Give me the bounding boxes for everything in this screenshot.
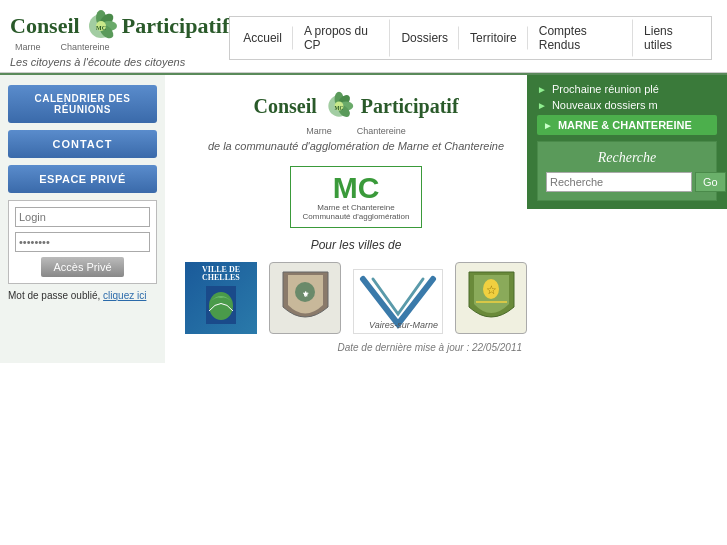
main-nav: Accueil A propos du CP Dossiers Territoi… (229, 16, 712, 60)
mc-name1: Marne et Chantereine (303, 203, 410, 212)
forgot-pw-label: Mot de passe oublié, (8, 290, 100, 301)
coat3-logo: ☆ (455, 262, 527, 334)
reunion-arrow-icon: ► (537, 84, 547, 95)
dossiers-label: Nouveaux dossiers m (552, 99, 658, 111)
chelles-logo: VILLE DECHELLES (185, 262, 257, 334)
main-content: Conseil MC Participatif Marne Chanterein… (165, 75, 542, 363)
logo-area: Conseil MC Participatif Mar (10, 8, 229, 68)
marne-item[interactable]: ► MARNE & CHANTEREINE (537, 115, 717, 135)
pour-les-villes: Pour les villes de (311, 238, 402, 252)
password-input[interactable] (15, 232, 150, 252)
nav-territoire[interactable]: Territoire (459, 26, 528, 50)
tagline: Les citoyens à l'écoute des citoyens (10, 56, 185, 68)
logo-participatif: Participatif (122, 13, 230, 39)
right-panel: ► Prochaine réunion plé ► Nouveaux dossi… (527, 75, 727, 209)
logo-marne: Marne (15, 42, 41, 52)
recherche-box: Recherche Go (537, 141, 717, 201)
content-logo: Conseil MC Participatif (253, 90, 458, 122)
svg-text:MC: MC (96, 25, 106, 31)
marne-arrow-icon: ► (543, 120, 553, 131)
logo-leaf-icon: MC (83, 8, 119, 44)
calendar-button[interactable]: CALENDRIER DES RÉUNIONS (8, 85, 157, 123)
coat1-logo: ⚜ (269, 262, 341, 334)
content-logo-marne: Marne (306, 126, 332, 136)
dossiers-arrow-icon: ► (537, 100, 547, 111)
marne-label: MARNE & CHANTEREINE (558, 119, 692, 131)
recherche-button[interactable]: Go (695, 172, 726, 192)
vaires-text: Vaires-sur-Marne (369, 320, 438, 330)
nav-apropos[interactable]: A propos du CP (293, 19, 391, 57)
acces-prive-button[interactable]: Accès Privé (41, 257, 123, 277)
logo-chantereine: Chantereine (61, 42, 110, 52)
nav-accueil[interactable]: Accueil (232, 26, 293, 50)
recherche-title: Recherche (546, 150, 708, 166)
svg-text:MC: MC (334, 105, 343, 111)
reunion-item[interactable]: ► Prochaine réunion plé (537, 83, 717, 95)
nav-dossiers[interactable]: Dossiers (390, 26, 459, 50)
nav-liens[interactable]: Liens utiles (633, 19, 709, 57)
date-line: Date de dernière mise à jour : 22/05/201… (185, 342, 527, 353)
city-logos: VILLE DECHELLES ⚜ (185, 262, 527, 334)
mc-name2: Communauté d'agglomération (303, 212, 410, 221)
nav-comptes[interactable]: Comptes Rendus (528, 19, 633, 57)
reunion-label: Prochaine réunion plé (552, 83, 659, 95)
svg-text:⚜: ⚜ (301, 290, 308, 299)
forgot-password-area: Mot de passe oublié, cliquez ici (8, 290, 157, 301)
login-form: Accès Privé (8, 200, 157, 284)
logo-conseil: Conseil (10, 13, 80, 39)
login-input[interactable] (15, 207, 150, 227)
svg-text:☆: ☆ (485, 283, 496, 297)
vaires-logo: Vaires-sur-Marne (353, 269, 443, 334)
espace-prive-button[interactable]: ESPACE PRIVÉ (8, 165, 157, 193)
chelles-text: VILLE DECHELLES (202, 266, 240, 282)
content-logo-conseil: Conseil (253, 95, 316, 118)
content-logo-participatif: Participatif (361, 95, 459, 118)
contact-button[interactable]: CONTACT (8, 130, 157, 158)
content-logo-chantereine: Chantereine (357, 126, 406, 136)
sidebar: CALENDRIER DES RÉUNIONS CONTACT ESPACE P… (0, 75, 165, 363)
recherche-input[interactable] (546, 172, 692, 192)
mc-letters: MC (303, 173, 410, 203)
content-logo-icon: MC (323, 90, 355, 122)
forgot-pw-link[interactable]: cliquez ici (103, 290, 146, 301)
dossiers-item[interactable]: ► Nouveaux dossiers m (537, 99, 717, 111)
mc-logo: MC Marne et Chantereine Communauté d'agg… (290, 166, 423, 228)
content-subtitle: de la communauté d'agglomération de Marn… (208, 140, 504, 152)
